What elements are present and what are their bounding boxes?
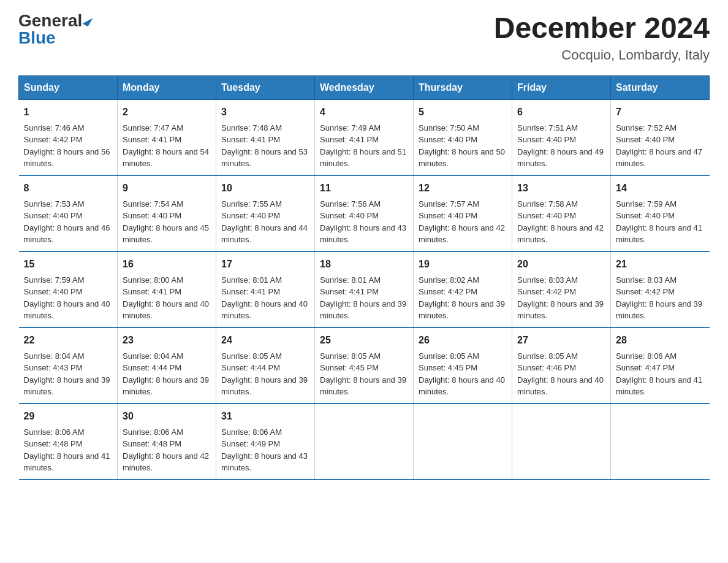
calendar-cell: 29Sunrise: 8:06 AMSunset: 4:48 PMDayligh… [19,404,118,480]
day-number: 30 [123,409,211,424]
day-info: Sunrise: 8:05 AMSunset: 4:44 PMDaylight:… [221,350,309,398]
calendar-cell: 19Sunrise: 8:02 AMSunset: 4:42 PMDayligh… [414,251,512,327]
calendar-week-1: 1Sunrise: 7:46 AMSunset: 4:42 PMDaylight… [19,99,710,175]
day-info: Sunrise: 8:01 AMSunset: 4:41 PMDaylight:… [221,274,309,322]
day-info: Sunrise: 7:55 AMSunset: 4:40 PMDaylight:… [221,198,309,246]
logo-triangle-icon [83,15,93,27]
calendar-cell: 30Sunrise: 8:06 AMSunset: 4:48 PMDayligh… [118,404,216,480]
calendar-cell: 11Sunrise: 7:56 AMSunset: 4:40 PMDayligh… [315,175,414,251]
calendar-cell: 14Sunrise: 7:59 AMSunset: 4:40 PMDayligh… [611,175,710,251]
calendar-cell: 12Sunrise: 7:57 AMSunset: 4:40 PMDayligh… [414,175,512,251]
calendar-week-4: 22Sunrise: 8:04 AMSunset: 4:43 PMDayligh… [19,327,710,404]
day-info: Sunrise: 7:58 AMSunset: 4:40 PMDaylight:… [517,198,605,246]
calendar-cell: 24Sunrise: 8:05 AMSunset: 4:44 PMDayligh… [216,327,315,404]
day-info: Sunrise: 8:00 AMSunset: 4:41 PMDaylight:… [123,274,211,322]
day-info: Sunrise: 7:51 AMSunset: 4:40 PMDaylight:… [517,122,605,170]
calendar-cell: 15Sunrise: 7:59 AMSunset: 4:40 PMDayligh… [19,251,118,327]
day-info: Sunrise: 7:49 AMSunset: 4:41 PMDaylight:… [320,122,408,170]
day-number: 3 [221,105,309,120]
day-number: 4 [320,105,408,120]
day-number: 15 [24,257,113,272]
logo-general-text: General [18,12,82,29]
calendar-week-2: 8Sunrise: 7:53 AMSunset: 4:40 PMDaylight… [19,175,710,251]
day-number: 29 [24,409,113,424]
calendar-cell [611,404,710,480]
day-number: 16 [123,257,211,272]
day-info: Sunrise: 8:05 AMSunset: 4:45 PMDaylight:… [419,350,507,398]
calendar-cell [414,404,512,480]
day-info: Sunrise: 7:59 AMSunset: 4:40 PMDaylight:… [24,274,113,322]
day-info: Sunrise: 7:59 AMSunset: 4:40 PMDaylight:… [616,198,705,246]
location: Cocquio, Lombardy, Italy [494,47,710,63]
day-number: 28 [616,333,705,348]
calendar-header-row: SundayMondayTuesdayWednesdayThursdayFrid… [19,75,710,99]
header-day-wednesday: Wednesday [315,75,414,99]
day-info: Sunrise: 7:50 AMSunset: 4:40 PMDaylight:… [419,122,507,170]
day-number: 11 [320,181,408,196]
day-info: Sunrise: 8:02 AMSunset: 4:42 PMDaylight:… [419,274,507,322]
page-header: General Blue December 2024 Cocquio, Lomb… [18,12,710,63]
calendar-cell: 28Sunrise: 8:06 AMSunset: 4:47 PMDayligh… [611,327,710,404]
day-number: 27 [517,333,605,348]
calendar-cell: 16Sunrise: 8:00 AMSunset: 4:41 PMDayligh… [118,251,216,327]
day-info: Sunrise: 8:03 AMSunset: 4:42 PMDaylight:… [616,274,705,322]
calendar-cell: 4Sunrise: 7:49 AMSunset: 4:41 PMDaylight… [315,99,414,175]
day-number: 26 [419,333,507,348]
day-info: Sunrise: 7:57 AMSunset: 4:40 PMDaylight:… [419,198,507,246]
day-number: 22 [24,333,113,348]
calendar-cell: 25Sunrise: 8:05 AMSunset: 4:45 PMDayligh… [315,327,414,404]
day-number: 21 [616,257,705,272]
header-day-friday: Friday [512,75,611,99]
day-number: 25 [320,333,408,348]
header-day-saturday: Saturday [611,75,710,99]
day-info: Sunrise: 8:06 AMSunset: 4:48 PMDaylight:… [123,426,211,474]
calendar-cell [512,404,611,480]
day-number: 24 [221,333,309,348]
day-number: 23 [123,333,211,348]
logo-blue-text: Blue [18,29,56,47]
calendar-table: SundayMondayTuesdayWednesdayThursdayFrid… [18,75,710,480]
day-number: 17 [221,257,309,272]
day-number: 13 [517,181,605,196]
day-info: Sunrise: 8:04 AMSunset: 4:44 PMDaylight:… [123,350,211,398]
day-number: 31 [221,409,309,424]
day-number: 6 [517,105,605,120]
day-number: 19 [419,257,507,272]
day-info: Sunrise: 7:53 AMSunset: 4:40 PMDaylight:… [24,198,113,246]
day-number: 14 [616,181,705,196]
day-number: 7 [616,105,705,120]
day-info: Sunrise: 8:06 AMSunset: 4:47 PMDaylight:… [616,350,705,398]
header-day-thursday: Thursday [414,75,512,99]
day-info: Sunrise: 8:05 AMSunset: 4:46 PMDaylight:… [517,350,605,398]
day-info: Sunrise: 7:47 AMSunset: 4:41 PMDaylight:… [123,122,211,170]
header-right: December 2024 Cocquio, Lombardy, Italy [494,12,710,63]
calendar-cell: 20Sunrise: 8:03 AMSunset: 4:42 PMDayligh… [512,251,611,327]
calendar-cell: 3Sunrise: 7:48 AMSunset: 4:41 PMDaylight… [216,99,315,175]
calendar-cell: 23Sunrise: 8:04 AMSunset: 4:44 PMDayligh… [118,327,216,404]
header-day-monday: Monday [118,75,216,99]
header-day-tuesday: Tuesday [216,75,315,99]
day-info: Sunrise: 8:03 AMSunset: 4:42 PMDaylight:… [517,274,605,322]
calendar-cell: 21Sunrise: 8:03 AMSunset: 4:42 PMDayligh… [611,251,710,327]
day-info: Sunrise: 7:56 AMSunset: 4:40 PMDaylight:… [320,198,408,246]
calendar-cell: 22Sunrise: 8:04 AMSunset: 4:43 PMDayligh… [19,327,118,404]
day-number: 10 [221,181,309,196]
day-number: 2 [123,105,211,120]
calendar-cell: 8Sunrise: 7:53 AMSunset: 4:40 PMDaylight… [19,175,118,251]
day-info: Sunrise: 8:06 AMSunset: 4:48 PMDaylight:… [24,426,113,474]
logo: General Blue [18,12,91,47]
day-info: Sunrise: 8:01 AMSunset: 4:41 PMDaylight:… [320,274,408,322]
calendar-cell: 31Sunrise: 8:06 AMSunset: 4:49 PMDayligh… [216,404,315,480]
day-info: Sunrise: 8:06 AMSunset: 4:49 PMDaylight:… [221,426,309,474]
calendar-cell: 26Sunrise: 8:05 AMSunset: 4:45 PMDayligh… [414,327,512,404]
calendar-cell [315,404,414,480]
calendar-cell: 10Sunrise: 7:55 AMSunset: 4:40 PMDayligh… [216,175,315,251]
calendar-cell: 13Sunrise: 7:58 AMSunset: 4:40 PMDayligh… [512,175,611,251]
day-info: Sunrise: 7:48 AMSunset: 4:41 PMDaylight:… [221,122,309,170]
day-number: 9 [123,181,211,196]
calendar-cell: 6Sunrise: 7:51 AMSunset: 4:40 PMDaylight… [512,99,611,175]
calendar-cell: 1Sunrise: 7:46 AMSunset: 4:42 PMDaylight… [19,99,118,175]
day-number: 1 [24,105,113,120]
calendar-cell: 17Sunrise: 8:01 AMSunset: 4:41 PMDayligh… [216,251,315,327]
calendar-cell: 27Sunrise: 8:05 AMSunset: 4:46 PMDayligh… [512,327,611,404]
